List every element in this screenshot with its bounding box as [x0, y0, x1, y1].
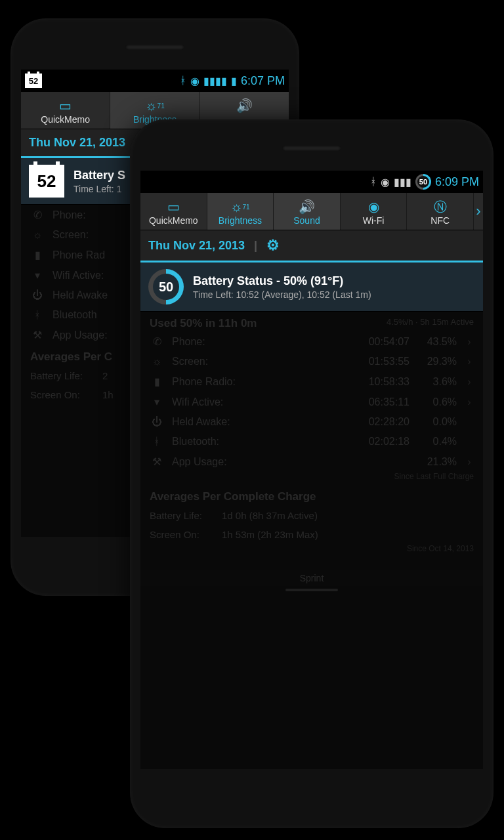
date-text: Thu Nov 21, 2013	[148, 239, 245, 253]
toggle-wifi[interactable]: ◉ Wi-Fi	[341, 193, 408, 230]
carrier-label: Sprint	[140, 570, 483, 586]
battery-badge-large-icon: 52	[29, 165, 64, 198]
bluetooth-icon: ᚼ	[150, 436, 164, 448]
drag-handle-icon[interactable]	[285, 589, 338, 591]
date-header: Thu Nov 21, 2013 | ⚙	[140, 230, 483, 262]
usage-percent: 3.6%	[417, 376, 457, 388]
usage-rate: 4.5%/h · 5h 15m Active	[387, 317, 474, 330]
usage-row[interactable]: ☼Screen:01:53:5529.3%›	[147, 352, 476, 371]
usage-percent: 0.4%	[417, 436, 457, 448]
usage-percent: 29.3%	[417, 356, 457, 368]
toggle-label: Brightness	[207, 215, 274, 226]
usage-duration: 00:54:07	[350, 336, 410, 348]
usage-row[interactable]: ✆Phone:00:54:0743.5%›	[147, 331, 476, 352]
quickmemo-icon: ▭	[21, 97, 110, 114]
usage-row[interactable]: ⚒App Usage:21.3%›	[147, 452, 476, 472]
wifi-icon: ◉	[381, 176, 390, 188]
chevron-right-icon: ›	[465, 396, 474, 408]
usage-label: Held Awake:	[172, 416, 343, 428]
usage-duration: 01:53:55	[350, 356, 410, 368]
usage-row[interactable]: ▮Phone Radio:10:58:333.6%›	[147, 371, 476, 392]
toggle-nfc[interactable]: Ⓝ NFC	[407, 193, 474, 230]
sound-icon: 🔊	[274, 198, 340, 215]
usage-duration: 02:02:18	[350, 436, 410, 448]
chevron-right-icon: ›	[465, 356, 474, 368]
power-icon: ⏻	[150, 416, 164, 428]
since-date: Since Oct 14, 2013	[140, 544, 483, 557]
gear-icon[interactable]: ⚙	[266, 237, 280, 254]
chevron-right-icon: ›	[465, 376, 474, 388]
battery-notification[interactable]: 50 Battery Status - 50% (91°F) Time Left…	[140, 262, 483, 312]
date-text: Thu Nov 21, 2013	[29, 136, 125, 150]
averages-header: Averages Per Complete Charge	[140, 485, 483, 506]
usage-row[interactable]: ▾Wifi Active:06:35:110.6%›	[147, 392, 476, 412]
usage-percent: 21.3%	[417, 456, 457, 468]
clock: 6:09 PM	[435, 175, 479, 189]
toggle-label: Wi-Fi	[341, 215, 407, 226]
usage-duration: 10:58:33	[350, 376, 410, 388]
usage-label: App Usage:	[172, 456, 343, 468]
status-bar: 52 ᚼ ◉ ▮▮▮▮ ▮ 6:07 PM	[21, 70, 289, 92]
wifi-icon: ◉	[190, 75, 200, 87]
bluetooth-icon: ᚼ	[180, 75, 186, 87]
battery-ring-large-icon: 50	[148, 269, 184, 304]
usage-header: Used 50% in 11h 0m	[150, 317, 257, 330]
notification-title: Battery Status - 50% (91°F)	[193, 274, 475, 288]
screen-front: ᚼ ◉ ▮▮▮ 50 6:09 PM ▭ QuickMemo ☼71 Brigh…	[140, 171, 483, 769]
bluetooth-icon: ᚼ	[370, 176, 377, 188]
usage-label: Wifi Active:	[172, 396, 343, 408]
speaker-slot	[125, 45, 184, 50]
toggle-label: Sound	[274, 215, 340, 226]
screen-icon: ☼	[150, 356, 164, 368]
usage-label: Bluetooth:	[172, 436, 343, 448]
quick-toggles: ▭ QuickMemo ☼71 Brightness 🔊 Sound ◉ Wi-…	[140, 193, 483, 230]
toggle-brightness[interactable]: ☼71 Brightness	[207, 193, 274, 230]
signal-icon: ▮	[150, 375, 164, 388]
wifi-icon: ▾	[150, 396, 164, 408]
toggle-quickmemo[interactable]: ▭ QuickMemo	[21, 92, 110, 129]
status-bar: ᚼ ◉ ▮▮▮ 50 6:09 PM	[140, 171, 483, 193]
usage-row: ᚼBluetooth:02:02:180.4%	[147, 432, 476, 452]
usage-percent: 43.5%	[417, 336, 457, 348]
usage-label: Phone:	[172, 336, 343, 348]
signal-icon: ▮▮▮▮	[203, 75, 227, 87]
notification-subtitle: Time Left: 10:52 (Average), 10:52 (Last …	[193, 289, 475, 300]
phone-front: ᚼ ◉ ▮▮▮ 50 6:09 PM ▭ QuickMemo ☼71 Brigh…	[130, 119, 494, 828]
avg-screen-on: Screen On:1h 53m (2h 23m Max)	[140, 525, 483, 544]
toggle-sound[interactable]: 🔊 Sound	[274, 193, 341, 230]
usage-percent: 0.6%	[417, 396, 457, 408]
chevron-right-icon: ›	[465, 336, 474, 348]
nfc-icon: Ⓝ	[407, 198, 473, 215]
chevron-right-icon[interactable]: ›	[474, 193, 483, 230]
usage-label: Phone Radio:	[172, 376, 343, 388]
battery-badge-icon: 52	[25, 74, 42, 88]
battery-icon: ▮	[231, 75, 237, 87]
usage-percent: 0.0%	[417, 416, 457, 428]
signal-icon: ▮▮▮	[394, 176, 411, 188]
usage-label: Screen:	[172, 356, 343, 368]
usage-rows: ✆Phone:00:54:0743.5%›☼Screen:01:53:5529.…	[140, 331, 483, 472]
brightness-icon: ☼71	[110, 97, 199, 114]
toggle-label: QuickMemo	[140, 215, 207, 226]
phone-icon: ✆	[150, 335, 164, 348]
app-icon: ⚒	[150, 455, 164, 468]
speaker-slot	[282, 146, 341, 151]
battery-ring-icon: 50	[415, 174, 431, 190]
usage-duration: 02:28:20	[350, 416, 410, 428]
since-full-charge: Since Last Full Charge	[140, 472, 483, 485]
avg-battery-life: Battery Life:1d 0h (8h 37m Active)	[140, 506, 483, 525]
clock: 6:07 PM	[241, 74, 285, 88]
wifi-toggle-icon: ◉	[341, 198, 407, 215]
toggle-label: QuickMemo	[21, 114, 110, 125]
usage-duration: 06:35:11	[350, 396, 410, 408]
toggle-quickmemo[interactable]: ▭ QuickMemo	[140, 193, 207, 230]
quickmemo-icon: ▭	[140, 198, 207, 215]
usage-row: ⏻Held Awake:02:28:200.0%	[147, 412, 476, 432]
sound-icon: 🔊	[200, 97, 289, 114]
brightness-icon: ☼71	[207, 198, 274, 215]
chevron-right-icon: ›	[465, 456, 474, 468]
toggle-label: NFC	[407, 215, 473, 226]
